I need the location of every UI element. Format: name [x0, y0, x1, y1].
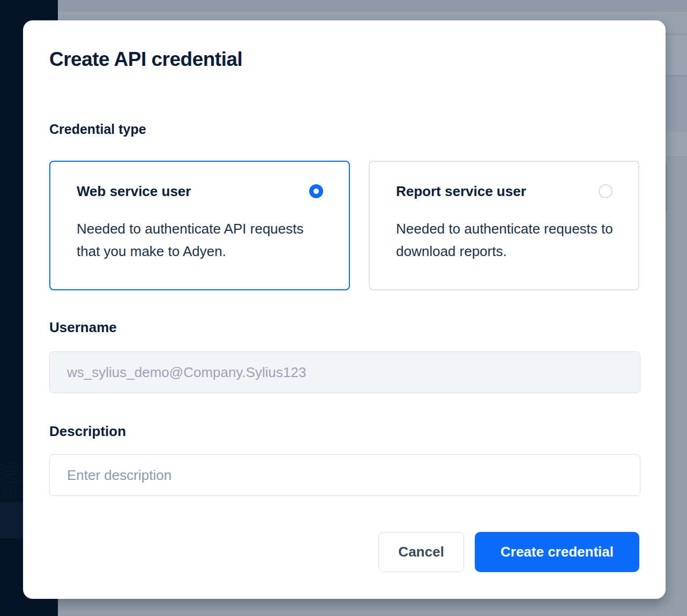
create-credential-button[interactable]: Create credential: [475, 532, 639, 572]
modal-actions: Cancel Create credential: [378, 532, 639, 572]
username-input[interactable]: [49, 351, 640, 393]
username-label: Username: [49, 319, 117, 336]
cancel-button[interactable]: Cancel: [378, 532, 464, 572]
description-input[interactable]: [49, 454, 640, 496]
radio-unchecked-icon[interactable]: [599, 184, 613, 198]
description-label: Description: [49, 423, 126, 440]
option-card-report-service-user[interactable]: Report service user Needed to authentica…: [369, 161, 639, 290]
credential-type-label: Credential type: [49, 122, 146, 137]
option-description: Needed to authenticate API requests that…: [77, 217, 315, 262]
radio-checked-icon[interactable]: [309, 184, 323, 198]
option-title: Web service user: [77, 183, 191, 200]
modal-title: Create API credential: [49, 48, 242, 71]
option-description: Needed to authenticate requests to downl…: [396, 217, 618, 262]
option-card-web-service-user[interactable]: Web service user Needed to authenticate …: [49, 161, 350, 290]
create-api-credential-modal: Create API credential Credential type We…: [23, 20, 666, 599]
background-topbar-band: [0, 0, 687, 12]
screen: Create API credential Credential type We…: [0, 0, 687, 616]
credential-type-options: Web service user Needed to authenticate …: [49, 161, 639, 290]
scrollbar-thumb[interactable]: [666, 163, 667, 211]
option-title: Report service user: [396, 183, 526, 200]
